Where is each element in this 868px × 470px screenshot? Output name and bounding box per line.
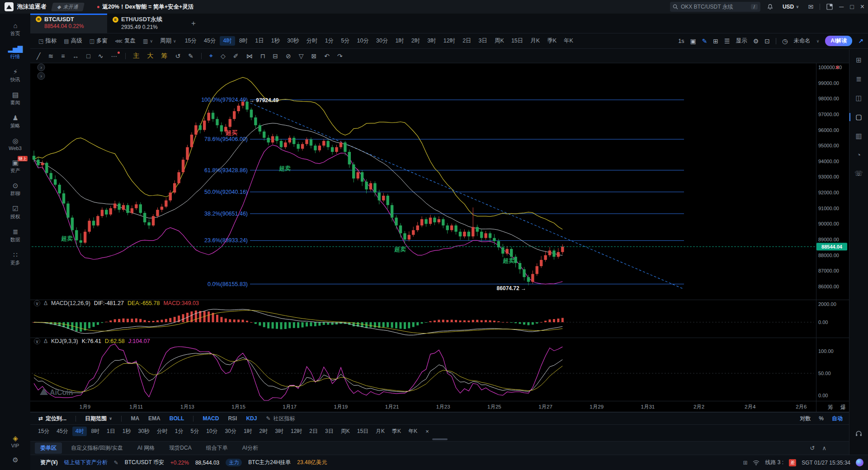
- timeframe-button[interactable]: 1时: [241, 427, 255, 436]
- replay-speed[interactable]: 1s: [678, 38, 684, 44]
- sidebar-item[interactable]: ▂▅▇ 行情: [0, 41, 30, 64]
- headset-support-icon[interactable]: [855, 430, 863, 437]
- assets-label[interactable]: 资产(¥): [40, 459, 58, 466]
- date-range-button[interactable]: 日期范围∨: [85, 415, 112, 423]
- more-tools-icon[interactable]: ⋯: [111, 52, 118, 60]
- fullscreen-icon[interactable]: ⊡: [764, 38, 770, 45]
- timeframe-button[interactable]: 8时: [236, 36, 251, 46]
- timeframe-button[interactable]: 3日: [476, 36, 491, 46]
- timeframe-button[interactable]: 1时: [392, 36, 407, 46]
- alarm-icon[interactable]: Δ: [44, 300, 47, 306]
- timeframe-button[interactable]: 季K: [544, 36, 560, 46]
- timeframe-button[interactable]: 周K: [338, 427, 353, 436]
- locate-button[interactable]: ⇄定位到...: [38, 415, 66, 423]
- indicator-toggle[interactable]: RSI: [228, 415, 237, 422]
- tab-btcusdt[interactable]: BBTC/USDT 88544.04 0.22%: [30, 14, 107, 33]
- collapse-panel-icon[interactable]: ∧: [822, 445, 826, 451]
- timeframe-button[interactable]: 1分: [322, 36, 337, 46]
- indicator-toggle[interactable]: BOLL: [170, 415, 184, 422]
- refresh-icon[interactable]: ↺: [810, 445, 815, 451]
- timeframe-button[interactable]: 12时: [440, 36, 458, 46]
- trend-line-icon[interactable]: ╱: [37, 52, 40, 60]
- timeframe-button[interactable]: 30分: [373, 36, 391, 46]
- edit-pencil-icon[interactable]: ✎: [114, 460, 118, 466]
- layout-panel-icon[interactable]: [826, 4, 833, 10]
- note-icon[interactable]: ⊟: [273, 52, 278, 60]
- not-activated-badge[interactable]: ◆ 未开通: [51, 3, 85, 11]
- parallel-channel-icon[interactable]: ≋: [48, 52, 53, 60]
- sidebar-item[interactable]: ♟ 策略: [0, 110, 30, 133]
- grid-icon[interactable]: ⊞: [743, 460, 747, 466]
- magnet-icon[interactable]: ⊘: [286, 52, 291, 60]
- macd-title[interactable]: MACD(12,26,9): [51, 300, 90, 306]
- chip-distribution-button[interactable]: 筹: [161, 52, 168, 60]
- timeframe-button[interactable]: 10分: [354, 36, 372, 46]
- main-chart[interactable]: 100.0%(97924.49)78.6%(95406.00)61.8%(934…: [0, 0, 868, 470]
- timeframe-button[interactable]: 4时: [220, 36, 235, 46]
- scale-toggle[interactable]: 自动: [832, 415, 843, 423]
- timeframe-button[interactable]: 年K: [561, 36, 576, 46]
- mail-icon[interactable]: ✉: [808, 3, 814, 10]
- phone-icon[interactable]: ☏: [849, 169, 868, 178]
- tab-ethusdt[interactable]: EETH/USDT永续 2935.49 0.21%: [107, 14, 184, 33]
- link-icon[interactable]: ⋈: [246, 52, 252, 60]
- panel-layout-icon[interactable]: ⊞: [849, 56, 868, 64]
- redo-icon[interactable]: ↷: [337, 52, 343, 60]
- timeframe-button[interactable]: 分时: [303, 36, 321, 46]
- toolbar-menu-item[interactable]: 周期 ∨: [156, 37, 180, 45]
- filter-icon[interactable]: ▽: [299, 52, 304, 60]
- timeframe-button[interactable]: 1日: [252, 36, 267, 46]
- timeframe-button[interactable]: 1秒: [119, 427, 134, 436]
- timeframe-button[interactable]: 月K: [373, 427, 388, 436]
- sidebar-item[interactable]: ≣ 数据: [0, 224, 30, 247]
- timeframe-button[interactable]: 周K: [491, 36, 507, 46]
- timeframe-button[interactable]: 4时: [72, 427, 87, 436]
- sidebar-item[interactable]: ⊙ 群聊: [0, 178, 30, 201]
- sidebar-item[interactable]: ∷ 更多: [0, 247, 30, 270]
- whale-orders-label[interactable]: BTC主力24H挂单: [248, 459, 291, 466]
- layout-name[interactable]: 未命名: [793, 37, 811, 45]
- sidebar-item[interactable]: ☑ 授权: [0, 201, 30, 224]
- ruler-icon[interactable]: ◇: [221, 52, 226, 60]
- toolbar-menu-item[interactable]: ◫ 多窗: [86, 37, 111, 45]
- network-line-label[interactable]: 线路 3 :: [765, 459, 783, 466]
- trash-icon[interactable]: ⊠: [311, 52, 317, 60]
- timeframe-button[interactable]: 15日: [508, 36, 526, 46]
- onchain-assets-link[interactable]: 链上链下资产分析: [64, 459, 108, 466]
- settings-gear-icon[interactable]: ⚙: [753, 38, 759, 45]
- history-clock-icon[interactable]: ◷: [782, 38, 788, 45]
- wifi-icon[interactable]: [753, 460, 760, 465]
- toolbar-menu-item[interactable]: ⋘ 复盘: [111, 37, 139, 45]
- scale-toggle[interactable]: 对数: [800, 415, 811, 423]
- wave-icon[interactable]: ∿: [98, 52, 104, 60]
- bottom-tab[interactable]: 现货DCA: [164, 442, 197, 454]
- timeframe-button[interactable]: 2日: [306, 427, 321, 436]
- alert-icon[interactable]: ◔: [849, 151, 868, 159]
- collapse-icon[interactable]: ∨: [34, 338, 40, 344]
- timeframe-button[interactable]: 8时: [88, 427, 103, 436]
- timeframe-button[interactable]: 1日: [104, 427, 118, 436]
- main-chart-button[interactable]: 主: [133, 52, 140, 60]
- indicator-toggle[interactable]: MACD: [203, 415, 219, 422]
- sidebar-item[interactable]: ⌂ 首页: [0, 18, 30, 41]
- kdj-title[interactable]: KDJ(9,3,3): [51, 338, 78, 344]
- bottom-tab[interactable]: AI分析: [237, 442, 264, 454]
- toolbar-menu-item[interactable]: ◳ 指标: [35, 37, 60, 45]
- timeframe-button[interactable]: 2日: [459, 36, 474, 46]
- timeframe-button[interactable]: 季K: [389, 427, 404, 436]
- timeframe-button[interactable]: 3时: [424, 36, 439, 46]
- indicator-toggle[interactable]: MA: [131, 415, 139, 422]
- panel-resize-handle[interactable]: [30, 437, 849, 441]
- cross-line-icon[interactable]: ↔: [72, 52, 79, 60]
- timeframe-button[interactable]: 10分: [203, 427, 221, 436]
- toolbar-menu-item[interactable]: ▥ ∨: [139, 38, 156, 44]
- timeframe-button[interactable]: 1秒: [268, 36, 283, 46]
- scale-toggle[interactable]: %: [819, 415, 824, 422]
- pair-label[interactable]: BTC/USDT 币安: [125, 459, 164, 466]
- bottom-tab[interactable]: 委单区: [35, 442, 62, 454]
- indicator-toggle[interactable]: EMA: [148, 415, 160, 422]
- screenshot-camera-icon[interactable]: ▣: [690, 38, 696, 45]
- refresh-icon[interactable]: ↺: [175, 52, 181, 60]
- search-input[interactable]: OKX BTC/USDT 永续 /: [670, 2, 760, 12]
- timeframe-button[interactable]: 15分: [35, 427, 52, 436]
